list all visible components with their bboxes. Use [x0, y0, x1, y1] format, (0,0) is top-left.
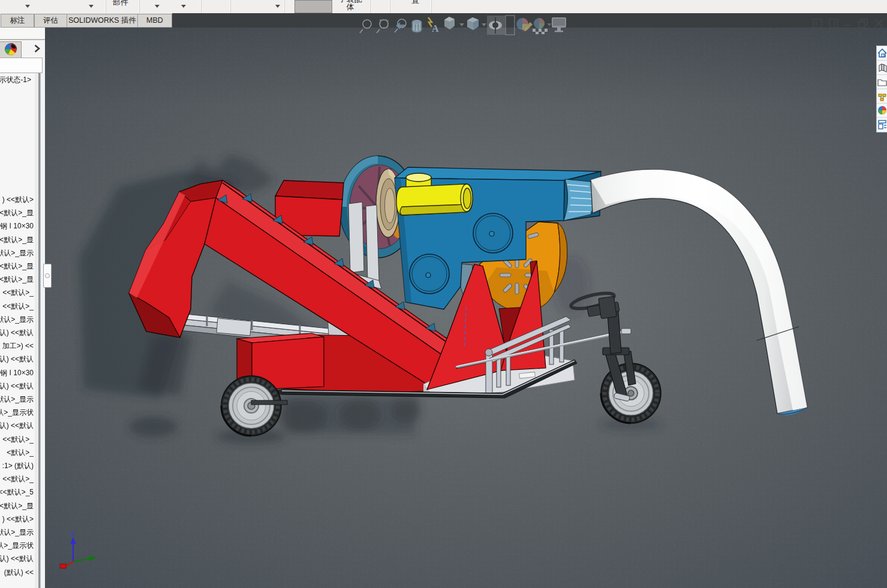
svg-text:Z: Z [71, 530, 74, 537]
